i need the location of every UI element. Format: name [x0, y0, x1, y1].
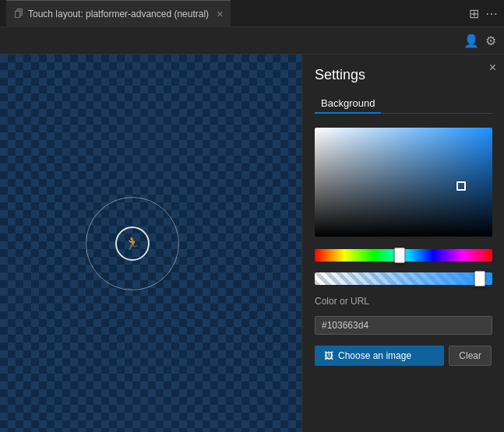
run-icon: 🏃 [125, 236, 140, 251]
hue-slider-container [315, 249, 492, 262]
title-bar-left: 🗍 Touch layout: platformer-advanced (neu… [6, 0, 469, 27]
image-icon: 🖼 [324, 350, 333, 361]
bottom-buttons: 🖼 Choose an image Clear [315, 346, 492, 366]
choose-image-label: Choose an image [338, 350, 411, 361]
settings-close-button[interactable]: × [489, 61, 496, 75]
split-editor-icon[interactable]: ⊞ [469, 6, 479, 21]
color-picker-handle[interactable] [456, 181, 466, 191]
tab-close-button[interactable]: × [217, 8, 223, 20]
title-bar-right: ⊞ ⋯ [469, 6, 498, 21]
more-actions-icon[interactable]: ⋯ [485, 6, 498, 21]
main-area: 🏃 × Settings Background Color or URL [0, 54, 504, 432]
choose-image-button[interactable]: 🖼 Choose an image [315, 346, 444, 366]
opacity-slider-container [315, 272, 492, 285]
joystick-inner-button[interactable]: 🏃 [115, 227, 150, 261]
color-url-input[interactable] [315, 316, 492, 335]
toolbar: 👤 ⚙ [0, 27, 504, 54]
editor-tab[interactable]: 🗍 Touch layout: platformer-advanced (neu… [6, 0, 231, 27]
opacity-slider[interactable] [315, 272, 492, 285]
tab-background[interactable]: Background [315, 94, 381, 114]
settings-toolbar-icon[interactable]: ⚙ [485, 33, 496, 48]
settings-tabs: Background [315, 94, 492, 114]
hue-slider-handle[interactable] [394, 248, 405, 263]
user-icon[interactable]: 👤 [463, 33, 479, 48]
title-bar: 🗍 Touch layout: platformer-advanced (neu… [0, 0, 504, 27]
canvas-area[interactable]: 🏃 [0, 54, 301, 432]
color-url-label: Color or URL [315, 296, 492, 307]
joystick-outer-ring: 🏃 [86, 197, 179, 290]
settings-title: Settings [315, 67, 492, 83]
opacity-slider-handle[interactable] [474, 271, 485, 286]
tab-file-icon: 🗍 [14, 9, 23, 19]
settings-panel: × Settings Background Color or URL [301, 54, 504, 432]
color-picker-gradient[interactable] [315, 128, 492, 237]
hue-slider[interactable] [315, 249, 492, 262]
clear-button[interactable]: Clear [449, 346, 492, 366]
tab-label: Touch layout: platformer-advanced (neutr… [28, 9, 209, 19]
